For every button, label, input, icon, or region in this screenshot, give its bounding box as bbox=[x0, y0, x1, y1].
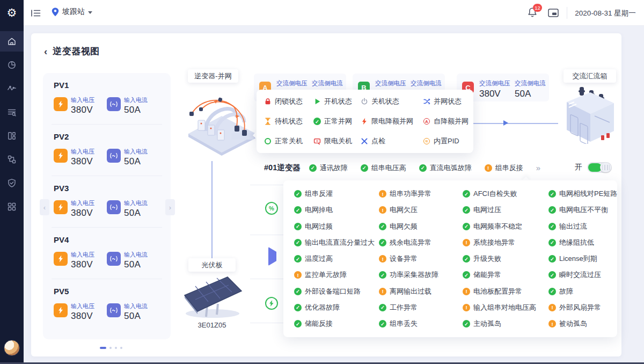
alarm-label: 系统接地异常 bbox=[473, 238, 515, 247]
inverter-power-toggle[interactable] bbox=[587, 162, 612, 173]
alarm-label: 外部风扇异常 bbox=[559, 303, 601, 312]
sidebar-item-topology[interactable] bbox=[0, 149, 24, 170]
row-divider bbox=[250, 279, 283, 279]
voltage-label: 输入电压 bbox=[71, 200, 94, 206]
toggle-knob[interactable] bbox=[600, 163, 611, 172]
status-legend-label: 闭锁状态 bbox=[275, 97, 303, 106]
status-legend-item: 并网状态 bbox=[423, 97, 468, 106]
notifications-button[interactable]: 12 bbox=[528, 7, 537, 20]
current-wave-icon bbox=[107, 200, 121, 214]
pv-name: PV5 bbox=[54, 287, 160, 296]
current-value: 50A bbox=[124, 156, 148, 167]
pv-divider bbox=[52, 124, 162, 125]
sidebar-item-home[interactable] bbox=[0, 31, 24, 52]
current-wave-icon bbox=[107, 149, 121, 163]
more-alarms-chevron[interactable]: » bbox=[536, 163, 540, 172]
alarm-label: 温度过高 bbox=[305, 254, 333, 264]
carousel-next-button[interactable]: › bbox=[165, 199, 175, 215]
status-legend-item: 待机状态 bbox=[264, 117, 313, 126]
alarm-label: 储能异常 bbox=[473, 270, 501, 280]
sidebar-item-monitoring[interactable] bbox=[0, 78, 24, 99]
alarm-grid-item: ✓优化器故障 bbox=[294, 303, 379, 312]
voltage-label: 输入电压 bbox=[71, 148, 94, 155]
pv-item: PV1输入电压380V输入电流50A bbox=[54, 81, 160, 115]
lock-icon bbox=[264, 98, 272, 105]
inverter-alarm-badge: ✓直流电弧故障 bbox=[419, 163, 472, 173]
voltage-bolt-icon bbox=[54, 97, 68, 111]
menu-fold-icon[interactable] bbox=[31, 9, 41, 19]
row-divider bbox=[250, 235, 283, 235]
pid-icon: ≈ bbox=[423, 137, 430, 145]
station-selector[interactable]: 坡跟站 bbox=[52, 7, 92, 17]
screen-cast-button[interactable] bbox=[548, 9, 559, 19]
alarm-label: 组串功率异常 bbox=[390, 189, 431, 199]
current-value: 50A bbox=[124, 259, 148, 270]
alarm-label: 电网相线对PE短路 bbox=[559, 189, 617, 199]
pv-divider bbox=[52, 279, 162, 279]
alarm-label: 电网电压不平衡 bbox=[559, 205, 608, 215]
sidebar-item-analytics[interactable] bbox=[0, 55, 24, 75]
pagination-dot[interactable] bbox=[109, 347, 112, 349]
pagination-dot[interactable] bbox=[100, 347, 106, 349]
ac-current-label: 交流侧电流 bbox=[411, 80, 442, 86]
pagination-dots bbox=[100, 347, 122, 349]
status-legend-item: A自降额并网 bbox=[423, 117, 468, 126]
circle-a-icon: A bbox=[423, 118, 430, 125]
current-value: 50A bbox=[124, 311, 148, 322]
alarm-grid-item: ✓输出电流直流分量过大 bbox=[294, 238, 379, 247]
back-button[interactable]: ‹ bbox=[44, 46, 47, 57]
app-logo-icon[interactable]: ⚙ bbox=[0, 0, 24, 26]
status-legend-item: 关机状态 bbox=[361, 97, 423, 106]
current-label: 输入电流 bbox=[124, 251, 148, 258]
pv-name: PV1 bbox=[54, 81, 160, 90]
user-avatar[interactable] bbox=[4, 340, 20, 356]
sidebar-item-security[interactable] bbox=[0, 173, 24, 193]
energy-icon bbox=[265, 297, 278, 310]
pv-board-label: 光伏板 bbox=[188, 258, 236, 272]
alarm-label: 外部设备端口短路 bbox=[305, 287, 361, 296]
topology-icon bbox=[7, 155, 17, 164]
alarm-label: 电网欠压 bbox=[390, 205, 418, 215]
current-wave-icon bbox=[107, 97, 121, 111]
alarm-label: License到期 bbox=[559, 254, 597, 264]
alarm-grid-item: !被动孤岛 bbox=[548, 319, 606, 329]
alarm-grid-item: !系统接地异常 bbox=[463, 238, 548, 247]
voltage-bolt-icon bbox=[54, 303, 68, 317]
alarm-label: 主动孤岛 bbox=[473, 319, 501, 329]
pv-board-illustration bbox=[180, 274, 244, 323]
alarm-label: 电网过频 bbox=[305, 222, 333, 231]
status-legend-item: 闭锁状态 bbox=[264, 97, 313, 106]
power-icon bbox=[361, 98, 368, 105]
screen: ⚙ 坡跟站 12 2020-08-31 星期一 bbox=[0, 0, 644, 364]
current-value: 50A bbox=[124, 208, 148, 219]
efficiency-icon: % bbox=[265, 202, 278, 215]
topbar-divider bbox=[567, 7, 567, 19]
sidebar-item-devices[interactable] bbox=[0, 126, 24, 146]
carousel-prev-button[interactable]: ‹ bbox=[40, 199, 49, 215]
alarm-grid-item: !监控单元故障 bbox=[294, 270, 379, 280]
status-legend-label: 限电降额并网 bbox=[371, 117, 413, 126]
pagination-dot[interactable] bbox=[115, 347, 117, 349]
alarm-label: 组串丢失 bbox=[390, 319, 418, 329]
notification-badge: 12 bbox=[533, 4, 542, 12]
current-wave-icon bbox=[107, 303, 121, 317]
alarm-grid-item: !电池板配置异常 bbox=[463, 287, 548, 296]
alarm-grid-item: !电网欠压 bbox=[379, 205, 463, 215]
sidebar-item-apps[interactable] bbox=[0, 196, 24, 217]
status-legend-item: 开机状态 bbox=[313, 97, 361, 106]
alarm-label: 设备异常 bbox=[390, 254, 418, 264]
tools-icon bbox=[361, 137, 368, 145]
alarm-grid-item: ✓储能异常 bbox=[463, 270, 548, 280]
current-label: 输入电流 bbox=[124, 200, 148, 206]
alarm-label: 监控单元故障 bbox=[305, 270, 347, 280]
alarm-grid-item: !离网输出过载 bbox=[379, 287, 463, 296]
alarm-grid-item: !外部风扇异常 bbox=[548, 303, 606, 312]
sidebar-item-logs[interactable] bbox=[0, 102, 24, 122]
pv-list-panel: PV1输入电压380V输入电流50APV2输入电压380V输入电流50APV3输… bbox=[43, 73, 171, 339]
row-divider bbox=[250, 323, 283, 323]
voltage-label: 输入电压 bbox=[71, 303, 94, 309]
pie-chart-icon bbox=[7, 60, 17, 70]
alarm-label: 电池板配置异常 bbox=[473, 287, 522, 296]
alarm-label: 离网输出过载 bbox=[390, 287, 431, 296]
pagination-dot[interactable] bbox=[120, 347, 122, 349]
